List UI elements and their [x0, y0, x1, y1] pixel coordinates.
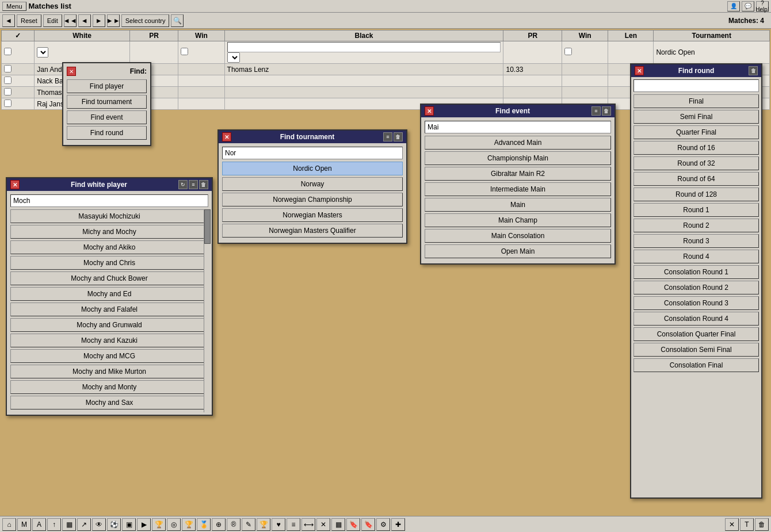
plus-circle-icon-btn[interactable]: ⊕ [212, 518, 226, 531]
tournament-item-nordic-open[interactable]: Nordic Open [222, 162, 403, 175]
win-white-checkbox[interactable] [181, 48, 188, 55]
tournament-item-norway[interactable]: Norway [222, 177, 403, 191]
row-checkbox[interactable] [4, 76, 12, 84]
find-tournament-close[interactable]: ✕ [222, 132, 231, 141]
delete-icon-e[interactable]: 🗑 [602, 106, 611, 116]
find-player-btn[interactable]: Find player [67, 79, 147, 93]
player-item[interactable]: Mochy and Ed [10, 287, 208, 301]
reset-button[interactable]: Reset [17, 14, 41, 27]
round-item-consolation-semi-final[interactable]: Consolation Semi Final [633, 343, 759, 357]
black-player-dropdown[interactable] [227, 52, 240, 63]
table-row[interactable]: Nordic Open [2, 41, 770, 64]
cell-win-black[interactable] [562, 41, 608, 64]
medal-icon-btn[interactable]: 🏅 [197, 518, 211, 531]
round-item-consolation-round-3[interactable]: Consolation Round 3 [633, 296, 759, 310]
find-white-player-close[interactable]: ✕ [10, 180, 20, 189]
list-icon-btn[interactable]: ≡ [287, 518, 300, 531]
scrollbar-thumb[interactable] [204, 209, 211, 244]
cell-check[interactable] [2, 75, 35, 87]
cell-win-white[interactable] [178, 41, 224, 64]
find-round-btn[interactable]: Find round [67, 126, 147, 140]
bookmark2-icon-btn[interactable]: 🔖 [361, 518, 375, 531]
delete-icon[interactable]: 🗑 [199, 180, 208, 189]
player-item[interactable]: Mochy and Mike Murton [10, 365, 208, 378]
edit-icon-btn[interactable]: ✎ [242, 518, 255, 531]
round-item-round-2[interactable]: Round 2 [633, 219, 759, 232]
round-item-consolation-round-4[interactable]: Consolation Round 4 [633, 312, 759, 326]
chat-icon-btn[interactable]: 💬 [742, 1, 754, 12]
add-icon-btn[interactable]: ✚ [391, 518, 405, 531]
find-tournament-btn[interactable]: Find tournament [67, 95, 147, 109]
user-icon-btn[interactable]: 👤 [727, 1, 740, 12]
find-tournament-input[interactable] [222, 147, 403, 159]
player-item[interactable]: Mochy and Sax [10, 396, 208, 409]
x-icon-btn[interactable]: ✕ [316, 518, 330, 531]
edit-button[interactable]: Edit [43, 14, 62, 27]
find-event-btn[interactable]: Find event [67, 110, 147, 124]
round-item-round-of-16[interactable]: Round of 16 [633, 141, 759, 155]
bottom-trash-btn[interactable]: 🗑 [755, 518, 769, 531]
player-item[interactable]: Mochy and MCG [10, 349, 208, 363]
trophy-icon-btn[interactable]: 🏆 [152, 518, 166, 531]
player-item[interactable]: Mochy and Akiko [10, 240, 208, 254]
nav-prev-prev-button[interactable]: ◄◄ [64, 14, 77, 27]
event-item-main-consolation[interactable]: Main Consolation [425, 229, 611, 243]
row-checkbox[interactable] [4, 65, 12, 72]
player-item[interactable]: Mochy and Falafel [10, 303, 208, 316]
find-event-input[interactable] [425, 121, 611, 133]
menu-button[interactable]: Menu [2, 2, 26, 11]
gear-icon-btn[interactable]: ⚙ [376, 518, 390, 531]
tournament-item-norwegian-masters[interactable]: Norwegian Masters [222, 208, 403, 222]
player-item[interactable]: Mochy and Kazuki [10, 334, 208, 347]
square-icon-btn[interactable]: ▣ [122, 518, 136, 531]
select-country-button[interactable]: Select country [121, 14, 170, 27]
nav-next-button[interactable]: ► [93, 14, 105, 27]
list-icon-e[interactable]: ≡ [591, 106, 601, 116]
round-item-consolation-quarter-final[interactable]: Consolation Quarter Final [633, 327, 759, 341]
cell-check[interactable] [2, 98, 35, 110]
help-button[interactable]: ?Help! [756, 1, 769, 12]
round-item-semi-final[interactable]: Semi Final [633, 110, 759, 124]
delete-icon-r[interactable]: 🗑 [749, 66, 758, 75]
list-icon-t[interactable]: ≡ [383, 132, 392, 141]
arrows-icon-btn[interactable]: ⟷ [301, 518, 315, 531]
reg-icon-btn[interactable]: ® [227, 518, 241, 531]
heart-icon-btn[interactable]: ♥ [272, 518, 285, 531]
black-player-input[interactable] [227, 42, 501, 52]
chart-icon-btn[interactable]: ↗ [77, 518, 91, 531]
white-player-select[interactable] [37, 47, 48, 58]
player-item[interactable]: Mochy and Monty [10, 380, 208, 394]
find-close-btn[interactable]: ✕ [67, 67, 76, 76]
play-icon-btn[interactable]: ▶ [137, 518, 151, 531]
event-item-open-main[interactable]: Open Main [425, 244, 611, 258]
player-item[interactable]: Masayuki Mochizuki [10, 209, 208, 223]
find-round-close[interactable]: ✕ [635, 66, 644, 75]
player-item[interactable]: Mochy and Grunwald [10, 318, 208, 332]
round-item-round-4[interactable]: Round 4 [633, 250, 759, 263]
a-icon-btn[interactable]: A [32, 518, 46, 531]
round-item-round-of-32[interactable]: Round of 32 [633, 156, 759, 170]
grid2-icon-btn[interactable]: ▦ [331, 518, 345, 531]
circle-icon-btn[interactable]: ◎ [167, 518, 181, 531]
event-item-gibraltar-main[interactable]: Gibraltar Main R2 [425, 167, 611, 181]
find-round-input[interactable] [633, 79, 759, 92]
list-icon[interactable]: ≡ [189, 180, 198, 189]
m-icon-btn[interactable]: M [17, 518, 31, 531]
event-item-championship-main[interactable]: Championship Main [425, 151, 611, 165]
bottom-x-btn[interactable]: ✕ [725, 518, 739, 531]
trophy3-icon-btn[interactable]: 🏆 [257, 518, 270, 531]
player-item[interactable]: Michy and Mochy [10, 225, 208, 239]
round-item-consolation-round-1[interactable]: Consolation Round 1 [633, 265, 759, 279]
row-checkbox[interactable] [4, 99, 12, 107]
round-item-round-of-64[interactable]: Round of 64 [633, 172, 759, 186]
find-white-player-input[interactable] [10, 194, 208, 207]
delete-icon-t[interactable]: 🗑 [394, 132, 403, 141]
search-button[interactable]: 🔍 [171, 14, 184, 27]
eye-icon-btn[interactable]: 👁 [92, 518, 106, 531]
player-item[interactable]: Mochy and Chuck Bower [10, 271, 208, 285]
find-event-close[interactable]: ✕ [425, 106, 434, 116]
home-icon-btn[interactable]: ⌂ [2, 518, 16, 531]
round-item-final[interactable]: Final [633, 94, 759, 108]
player-item[interactable]: Mochy and Chris [10, 256, 208, 270]
ball-icon-btn[interactable]: ⚽ [107, 518, 121, 531]
